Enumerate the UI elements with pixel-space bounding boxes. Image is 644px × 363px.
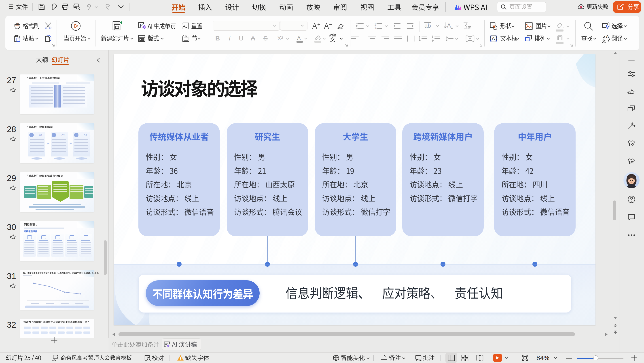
svg-text:P: P [140,23,143,27]
svg-text:A: A [492,36,495,41]
svg-text:3: 3 [374,27,376,29]
svg-text:A: A [606,34,609,39]
svg-text:A: A [447,22,451,29]
